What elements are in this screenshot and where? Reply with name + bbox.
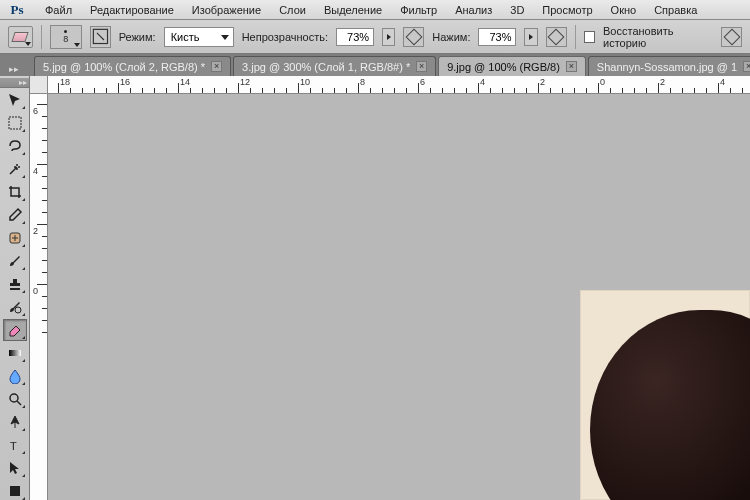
- gradient-tool[interactable]: [3, 342, 27, 364]
- opacity-slider-toggle[interactable]: [382, 28, 395, 46]
- svg-point-8: [10, 394, 18, 402]
- move-tool[interactable]: [3, 89, 27, 111]
- shape-tool[interactable]: [3, 480, 27, 500]
- ruler-tick-label: 0: [33, 286, 38, 296]
- flow-input[interactable]: 73%: [478, 28, 516, 46]
- brush-panel-toggle[interactable]: [90, 26, 111, 48]
- mode-label: Режим:: [119, 31, 156, 43]
- flow-value: 73%: [489, 31, 511, 43]
- svg-rect-2: [9, 117, 21, 129]
- ruler-tick-label: 4: [480, 77, 485, 87]
- brush-tool[interactable]: [3, 250, 27, 272]
- menu-слои[interactable]: Слои: [270, 2, 315, 18]
- document-tabstrip: ▸▸ 5.jpg @ 100% (Слой 2, RGB/8) *×3.jpg …: [0, 54, 750, 76]
- ruler-tick-label: 4: [720, 77, 725, 87]
- ruler-tick-label: 2: [540, 77, 545, 87]
- ruler-tick-label: 0: [600, 77, 605, 87]
- ruler-tick-label: 10: [300, 77, 310, 87]
- ruler-tick-label: 18: [60, 77, 70, 87]
- menu-изображение[interactable]: Изображение: [183, 2, 270, 18]
- eraser-tool[interactable]: [3, 319, 27, 341]
- pen-tool[interactable]: [3, 411, 27, 433]
- toolbox: ▸▸ T: [0, 76, 30, 500]
- menu-фильтр[interactable]: Фильтр: [391, 2, 446, 18]
- ruler-tick-label: 12: [240, 77, 250, 87]
- tool-preset-picker[interactable]: [8, 26, 33, 48]
- svg-rect-7: [9, 350, 21, 356]
- ruler-horizontal[interactable]: 18161412108642024: [48, 76, 750, 94]
- opacity-input[interactable]: 73%: [336, 28, 374, 46]
- svg-rect-11: [10, 486, 20, 496]
- ruler-tick-label: 16: [120, 77, 130, 87]
- svg-line-9: [17, 401, 21, 405]
- size-pressure-toggle[interactable]: [721, 27, 742, 47]
- healing-tool[interactable]: [3, 227, 27, 249]
- opacity-pressure-toggle[interactable]: [403, 27, 424, 47]
- dodge-tool[interactable]: [3, 388, 27, 410]
- crop-tool[interactable]: [3, 181, 27, 203]
- tab-title: Shannyn-Sossamon.jpg @ 1: [597, 61, 737, 73]
- tab-title: 5.jpg @ 100% (Слой 2, RGB/8) *: [43, 61, 205, 73]
- brush-picker[interactable]: 8: [50, 25, 82, 49]
- tab-title: 9.jpg @ 100% (RGB/8): [447, 61, 560, 73]
- menu-файл[interactable]: Файл: [36, 2, 81, 18]
- flow-label: Нажим:: [432, 31, 470, 43]
- lasso-tool[interactable]: [3, 135, 27, 157]
- eyedropper-tool[interactable]: [3, 204, 27, 226]
- mode-select[interactable]: Кисть: [164, 27, 234, 47]
- mode-value: Кисть: [171, 31, 200, 43]
- marquee-tool[interactable]: [3, 112, 27, 134]
- ruler-tick-label: 6: [33, 106, 38, 116]
- close-icon[interactable]: ×: [416, 61, 427, 72]
- svg-line-1: [97, 33, 104, 40]
- menu-просмотр[interactable]: Просмотр: [533, 2, 601, 18]
- menu-3d[interactable]: 3D: [501, 2, 533, 18]
- document-tab[interactable]: Shannyn-Sossamon.jpg @ 1×: [588, 56, 750, 76]
- opacity-value: 73%: [347, 31, 369, 43]
- menu-анализ[interactable]: Анализ: [446, 2, 501, 18]
- menu-редактирование[interactable]: Редактирование: [81, 2, 183, 18]
- document-tab[interactable]: 9.jpg @ 100% (RGB/8)×: [438, 56, 586, 76]
- menu-окно[interactable]: Окно: [602, 2, 646, 18]
- flow-slider-toggle[interactable]: [524, 28, 537, 46]
- separator: [41, 25, 42, 49]
- erase-history-label: Восстановить историю: [603, 25, 713, 49]
- close-icon[interactable]: ×: [211, 61, 222, 72]
- svg-point-6: [15, 307, 21, 313]
- wand-tool[interactable]: [3, 158, 27, 180]
- app-logo: Ps: [4, 2, 30, 18]
- airbrush-toggle[interactable]: [546, 27, 567, 47]
- stamp-tool[interactable]: [3, 273, 27, 295]
- document-tab[interactable]: 5.jpg @ 100% (Слой 2, RGB/8) *×: [34, 56, 231, 76]
- options-bar: 8 Режим: Кисть Непрозрачность: 73% Нажим…: [0, 20, 750, 54]
- separator: [575, 25, 576, 49]
- erase-history-checkbox[interactable]: [584, 31, 595, 43]
- menu-bar: Ps ФайлРедактированиеИзображениеСлоиВыде…: [0, 0, 750, 20]
- close-icon[interactable]: ×: [743, 61, 750, 72]
- canvas[interactable]: [48, 94, 750, 500]
- menu-выделение[interactable]: Выделение: [315, 2, 391, 18]
- ruler-tick-label: 2: [33, 226, 38, 236]
- ruler-tick-label: 4: [33, 166, 38, 176]
- ruler-tick-label: 14: [180, 77, 190, 87]
- close-icon[interactable]: ×: [566, 61, 577, 72]
- opacity-label: Непрозрачность:: [242, 31, 328, 43]
- ruler-vertical[interactable]: 6420: [30, 94, 48, 500]
- history-brush-tool[interactable]: [3, 296, 27, 318]
- ruler-tick-label: 6: [420, 77, 425, 87]
- workspace: 18161412108642024 6420: [30, 76, 750, 500]
- type-tool[interactable]: T: [3, 434, 27, 456]
- blur-tool[interactable]: [3, 365, 27, 387]
- path-select-tool[interactable]: [3, 457, 27, 479]
- tab-title: 3.jpg @ 300% (Слой 1, RGB/8#) *: [242, 61, 410, 73]
- toolbox-header[interactable]: ▸▸: [0, 78, 29, 88]
- ruler-origin[interactable]: [30, 76, 48, 94]
- brush-size-value: 8: [63, 34, 68, 44]
- document-tab[interactable]: 3.jpg @ 300% (Слой 1, RGB/8#) *×: [233, 56, 436, 76]
- panel-chevron[interactable]: ▸▸: [4, 62, 24, 76]
- svg-text:T: T: [10, 440, 17, 452]
- ruler-tick-label: 8: [360, 77, 365, 87]
- menu-справка[interactable]: Справка: [645, 2, 706, 18]
- ruler-tick-label: 2: [660, 77, 665, 87]
- document-image: [580, 290, 750, 500]
